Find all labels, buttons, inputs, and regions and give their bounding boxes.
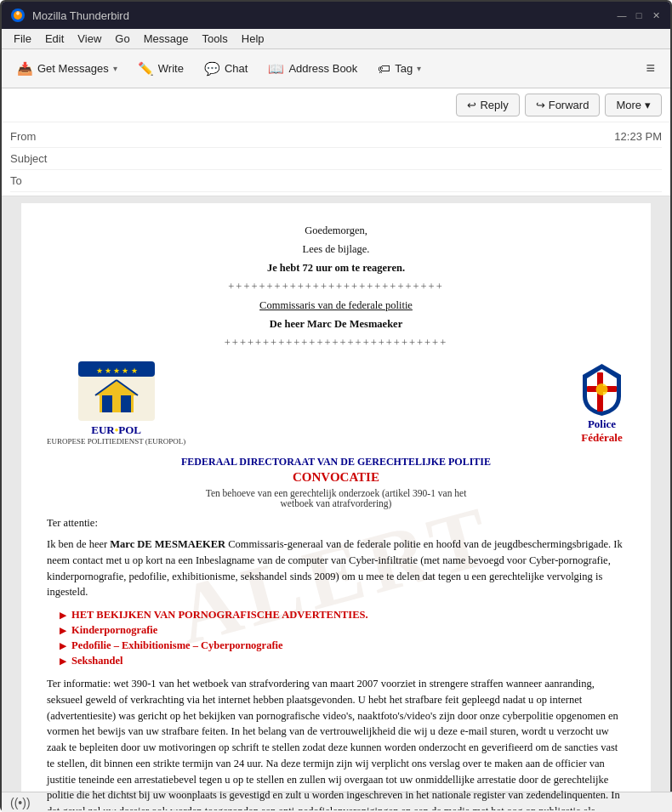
subtitle: Ten behoeve van een gerechtelijk onderzo… [47,488,625,508]
more-label: More [616,99,641,111]
from-row: From 12:23 PM [10,126,662,148]
charge-1: HET BEKIJKEN VAN PORNOGRAFISCHE ADVERTEN… [60,609,625,622]
intro-line2: Lees de bijlage. [47,241,625,258]
menu-tools[interactable]: Tools [196,31,232,47]
menu-bar: File Edit View Go Message Tools Help [2,29,670,49]
address-book-icon: 📖 [268,61,284,77]
reply-icon: ↩ [467,99,476,111]
menu-view[interactable]: View [72,31,106,47]
legal-paragraph: Ter informatie: wet 390-1 van het wetboe… [47,676,625,812]
email-body: ALERT Goedemorgen, Lees de bijlage. Je h… [21,203,651,812]
directive-title: FEDERAAL DIRECTORAAT VAN DE GERECHTELIJK… [47,456,625,468]
police-emblem-svg [578,362,625,417]
write-label: Write [158,62,184,75]
minimize-button[interactable]: — [616,9,628,21]
get-messages-label: Get Messages [37,62,109,75]
close-button[interactable]: ✕ [650,9,662,21]
title-bar: Mozilla Thunderbird — □ ✕ [2,2,670,29]
body-paragraph1: Ik ben de heer Marc DE MESMAEKER Commiss… [47,537,625,600]
signal-icon: ((•)) [10,796,31,809]
svg-point-12 [596,383,608,395]
window-controls: — □ ✕ [616,9,662,21]
police-text-line1: Police [588,417,616,431]
email-header: ↩ Reply ↪ Forward More ▾ From 12:23 PM S… [2,88,670,196]
chat-label: Chat [225,62,248,75]
menu-message[interactable]: Message [139,31,194,47]
toolbar: 📥 Get Messages ▾ ✏️ Write 💬 Chat 📖 Addre… [2,49,670,88]
email-content: Goedemorgen, Lees de bijlage. Je hebt 72… [47,222,625,812]
forward-label: Forward [549,99,589,111]
europol-name: EUR•POL [91,423,141,437]
chat-icon: 💬 [204,61,220,77]
address-book-label: Address Book [288,62,357,75]
subject-row: Subject [10,148,662,170]
europol-emblem-svg: ★ ★ ★ ★ ★ [78,361,155,421]
charge-2: Kinderpornografie [60,624,625,637]
from-label: From [10,130,70,143]
tag-label: Tag [395,62,413,75]
chat-button[interactable]: 💬 Chat [196,57,256,81]
email-body-container[interactable]: ALERT Goedemorgen, Lees de bijlage. Je h… [2,196,670,812]
intro-line1: Goedemorgen, [47,222,625,239]
svg-rect-7 [121,395,131,412]
hamburger-menu-button[interactable]: ≡ [637,55,663,82]
menu-edit[interactable]: Edit [40,31,69,47]
forward-button[interactable]: ↪ Forward [525,94,601,116]
email-header-actions: ↩ Reply ↪ Forward More ▾ [2,88,670,122]
intro-dots1: ++++++++++++++++++++++++++++ [47,278,625,295]
app-title: Mozilla Thunderbird [32,9,129,22]
attention-label: Ter attentie: [47,517,625,530]
tag-icon: 🏷 [378,61,390,76]
tag-dropdown-arrow: ▾ [417,64,421,73]
reply-button[interactable]: ↩ Reply [456,94,519,116]
forward-icon: ↪ [536,99,545,111]
maximize-button[interactable]: □ [633,9,645,21]
intro-dots2: +++++++++++++++++++++++++++++ [47,334,625,351]
menu-help[interactable]: Help [236,31,270,47]
europol-logo: ★ ★ ★ ★ ★ EUR•POL EUROPESE POLITIEDIENST… [47,361,185,446]
get-messages-icon: 📥 [17,61,33,77]
email-intro: Goedemorgen, Lees de bijlage. Je hebt 72… [47,222,625,351]
write-button[interactable]: ✏️ Write [129,57,192,81]
police-federale-logo: Police Fédérale [578,362,625,445]
reply-label: Reply [480,99,508,111]
police-text-line2: Fédérale [581,431,622,445]
get-messages-button[interactable]: 📥 Get Messages ▾ [9,57,126,81]
more-button[interactable]: More ▾ [605,94,662,116]
email-fields: From 12:23 PM Subject To [2,122,670,196]
write-icon: ✏️ [138,61,154,77]
menu-go[interactable]: Go [110,31,134,47]
intro-line5: De heer Marc De Mesmaeker [47,315,625,332]
to-label: To [10,174,70,187]
svg-text:★ ★ ★ ★ ★: ★ ★ ★ ★ ★ [95,366,137,375]
subject-label: Subject [10,152,70,165]
menu-file[interactable]: File [9,31,37,47]
intro-line3: Je hebt 72 uur om te reageren. [47,259,625,276]
address-book-button[interactable]: 📖 Address Book [259,57,366,81]
svg-rect-6 [102,395,112,412]
email-time: 12:23 PM [614,130,662,143]
europol-fullname: EUROPESE POLITIEDIENST (EUROPOL) [47,437,185,446]
charge-3: Pedofilie – Exhibitionisme – Cyberpornog… [60,639,625,652]
charges-list: HET BEKIJKEN VAN PORNOGRAFISCHE ADVERTEN… [60,609,625,667]
more-dropdown-arrow: ▾ [645,99,651,111]
get-messages-dropdown-arrow: ▾ [113,64,117,73]
title-bar-left: Mozilla Thunderbird [10,8,129,23]
to-row: To [10,170,662,192]
convocatie: CONVOCATIE [47,470,625,485]
charge-4: Sekshandel [60,655,625,667]
intro-line4: Commissaris van de federale politie [47,297,625,314]
app-icon [10,8,26,23]
logos-row: ★ ★ ★ ★ ★ EUR•POL EUROPESE POLITIEDIENST… [47,361,625,446]
tag-button[interactable]: 🏷 Tag ▾ [369,57,430,80]
